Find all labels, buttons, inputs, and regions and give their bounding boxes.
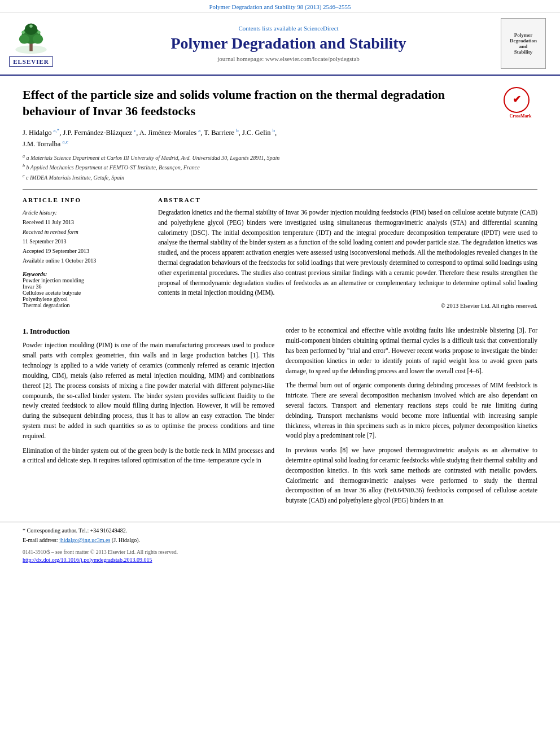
journal-header: ELSEVIER Contents lists available at Sci… [0,12,560,76]
science-direct-link[interactable]: Contents lists available at ScienceDirec… [238,25,338,32]
body-para-5: In previous works [8] we have proposed t… [286,445,537,506]
authors-list: J. Hidalgo a,*, J.P. Fernández-Blázquez … [23,127,537,150]
svg-point-3 [19,34,29,44]
abstract-heading: ABSTRACT [158,196,537,203]
elsevier-logo: ELSEVIER [8,21,54,67]
section1-heading: 1. Introduction [23,326,274,337]
crossmark-icon: ✔ [504,87,530,113]
svg-point-7 [37,30,41,34]
email-link[interactable]: jhidalgo@ing.uc3m.es [59,537,110,543]
journal-title: Polymer Degradation and Stability [170,34,406,53]
crossmark-badge: ✔ CrossMark [504,87,537,115]
journal-citation: Polymer Degradation and Stability 98 (20… [0,0,560,12]
article-info-column: ARTICLE INFO Article history: Received 1… [23,196,147,309]
body-para-2: Elimination of the binder system out of … [23,446,274,466]
corresponding-author: * Corresponding author. Tel.: +34 916249… [23,526,537,535]
body-para-1: Powder injection moulding (PIM) is one o… [23,340,274,441]
journal-title-section: Contents lists available at ScienceDirec… [82,18,495,69]
article-title: Effect of the particle size and solids v… [23,87,537,119]
elsevier-brand-label: ELSEVIER [9,56,53,67]
journal-homepage: journal homepage: www.elsevier.com/locat… [217,55,360,62]
article-header-section: Effect of the particle size and solids v… [0,76,560,320]
svg-point-8 [29,24,33,28]
article-history: Article history: Received 11 July 2013 R… [23,208,147,265]
body-column-left: 1. Introduction Powder injection mouldin… [23,326,274,510]
body-two-columns: 1. Introduction Powder injection mouldin… [23,326,537,510]
journal-cover-thumbnail: Polymer Degradation and Stability [501,18,546,69]
affiliations: a a Materials Science Department at Carl… [23,153,537,182]
article-info-abstract-section: ARTICLE INFO Article history: Received 1… [23,196,537,309]
elsevier-logo-section: ELSEVIER [8,18,76,69]
keywords-section: Keywords: Powder injection moulding Inva… [23,271,147,308]
license-section: 0141-3910/$ – see front matter © 2013 El… [0,547,560,565]
license-text: 0141-3910/$ – see front matter © 2013 El… [23,549,537,555]
footnote-section: * Corresponding author. Tel.: +34 916249… [0,522,560,547]
body-column-right: order to be economical and effective whi… [286,326,537,510]
journal-cover-section: Polymer Degradation and Stability [501,18,552,69]
doi-link[interactable]: http://dx.doi.org/10.1016/j.polymdegrads… [23,557,537,563]
abstract-column: ABSTRACT Degradation kinetics and the th… [158,196,537,309]
article-body: 1. Introduction Powder injection mouldin… [0,320,560,522]
svg-point-6 [21,30,25,34]
svg-point-4 [33,34,43,44]
elsevier-tree-icon [8,21,54,55]
copyright-notice: © 2013 Elsevier Ltd. All rights reserved… [158,303,537,309]
article-info-heading: ARTICLE INFO [23,196,147,203]
body-para-3: order to be economical and effective whi… [286,326,537,376]
email-line: E-mail address: jhidalgo@ing.uc3m.es (J.… [23,535,537,545]
body-para-4: The thermal burn out of organic componen… [286,381,537,441]
abstract-text: Degradation kinetics and the thermal sta… [158,208,537,298]
divider [23,189,537,190]
